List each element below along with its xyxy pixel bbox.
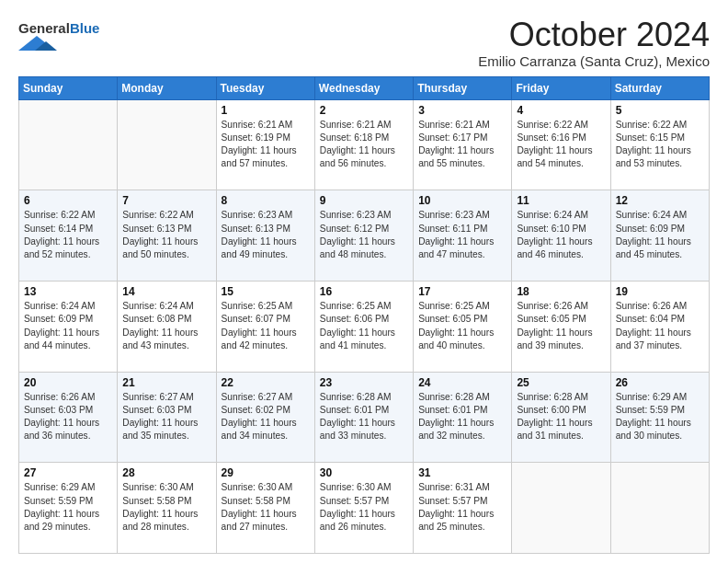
cell-info: Sunrise: 6:24 AM Sunset: 6:09 PM Dayligh… (24, 300, 112, 352)
title-block: October 2024 Emilio Carranza (Santa Cruz… (478, 17, 710, 69)
logo-blue: Blue (70, 20, 100, 36)
day-number: 4 (517, 104, 605, 117)
day-number: 20 (24, 376, 112, 389)
cell-info: Sunrise: 6:23 AM Sunset: 6:11 PM Dayligh… (418, 209, 506, 261)
calendar-cell: 17Sunrise: 6:25 AM Sunset: 6:05 PM Dayli… (414, 281, 512, 372)
calendar-cell: 26Sunrise: 6:29 AM Sunset: 5:59 PM Dayli… (610, 372, 709, 463)
cell-info: Sunrise: 6:24 AM Sunset: 6:08 PM Dayligh… (122, 300, 210, 352)
calendar-cell: 4Sunrise: 6:22 AM Sunset: 6:16 PM Daylig… (512, 99, 610, 190)
calendar-cell: 10Sunrise: 6:23 AM Sunset: 6:11 PM Dayli… (414, 190, 512, 282)
day-number: 15 (222, 285, 310, 298)
calendar-cell: 27Sunrise: 6:29 AM Sunset: 5:59 PM Dayli… (19, 463, 118, 554)
calendar-cell: 13Sunrise: 6:24 AM Sunset: 6:09 PM Dayli… (19, 281, 118, 372)
header: GeneralBlue October 2024 Emilio Carranza… (18, 17, 710, 69)
week-row-4: 20Sunrise: 6:26 AM Sunset: 6:03 PM Dayli… (19, 372, 710, 463)
calendar-cell: 24Sunrise: 6:28 AM Sunset: 6:01 PM Dayli… (414, 372, 512, 463)
calendar-cell: 3Sunrise: 6:21 AM Sunset: 6:17 PM Daylig… (414, 99, 512, 190)
day-number: 30 (320, 466, 408, 479)
day-number: 27 (24, 466, 112, 479)
cell-info: Sunrise: 6:28 AM Sunset: 6:01 PM Dayligh… (418, 391, 506, 443)
calendar-table: SundayMondayTuesdayWednesdayThursdayFrid… (18, 76, 710, 554)
cell-info: Sunrise: 6:24 AM Sunset: 6:10 PM Dayligh… (517, 209, 605, 261)
cell-info: Sunrise: 6:30 AM Sunset: 5:58 PM Dayligh… (222, 481, 310, 534)
cell-info: Sunrise: 6:23 AM Sunset: 6:12 PM Dayligh… (320, 209, 408, 261)
cell-info: Sunrise: 6:22 AM Sunset: 6:14 PM Dayligh… (24, 209, 112, 261)
calendar-cell: 11Sunrise: 6:24 AM Sunset: 6:10 PM Dayli… (512, 190, 610, 282)
day-number: 5 (616, 104, 704, 117)
day-header-friday: Friday (512, 76, 610, 99)
week-row-5: 27Sunrise: 6:29 AM Sunset: 5:59 PM Dayli… (19, 463, 710, 554)
location: Emilio Carranza (Santa Cruz), Mexico (478, 53, 710, 69)
month-title: October 2024 (478, 17, 710, 53)
logo-general: General (18, 20, 70, 36)
cell-info: Sunrise: 6:30 AM Sunset: 5:57 PM Dayligh… (320, 481, 408, 534)
cell-info: Sunrise: 6:25 AM Sunset: 6:07 PM Dayligh… (222, 300, 310, 352)
header-row: SundayMondayTuesdayWednesdayThursdayFrid… (19, 76, 710, 99)
week-row-1: 1Sunrise: 6:21 AM Sunset: 6:19 PM Daylig… (19, 99, 710, 190)
calendar-cell: 29Sunrise: 6:30 AM Sunset: 5:58 PM Dayli… (216, 463, 314, 554)
day-number: 12 (616, 194, 704, 207)
calendar-cell: 5Sunrise: 6:22 AM Sunset: 6:15 PM Daylig… (610, 99, 709, 190)
day-header-saturday: Saturday (610, 76, 709, 99)
cell-info: Sunrise: 6:25 AM Sunset: 6:06 PM Dayligh… (320, 300, 408, 352)
day-number: 31 (418, 466, 506, 479)
day-header-wednesday: Wednesday (314, 76, 413, 99)
day-number: 17 (418, 285, 506, 298)
day-header-tuesday: Tuesday (216, 76, 314, 99)
calendar-cell: 14Sunrise: 6:24 AM Sunset: 6:08 PM Dayli… (118, 281, 216, 372)
calendar-cell (118, 99, 216, 190)
day-number: 2 (320, 104, 408, 117)
calendar-cell: 2Sunrise: 6:21 AM Sunset: 6:18 PM Daylig… (314, 99, 413, 190)
day-number: 6 (24, 194, 112, 207)
day-header-monday: Monday (118, 76, 216, 99)
calendar-cell: 7Sunrise: 6:22 AM Sunset: 6:13 PM Daylig… (118, 190, 216, 282)
week-row-3: 13Sunrise: 6:24 AM Sunset: 6:09 PM Dayli… (19, 281, 710, 372)
day-header-sunday: Sunday (19, 76, 118, 99)
calendar-cell (512, 463, 610, 554)
day-number: 3 (418, 104, 506, 117)
day-number: 18 (517, 285, 605, 298)
cell-info: Sunrise: 6:22 AM Sunset: 6:13 PM Dayligh… (122, 209, 210, 261)
day-number: 19 (616, 285, 704, 298)
calendar-cell: 23Sunrise: 6:28 AM Sunset: 6:01 PM Dayli… (314, 372, 413, 463)
cell-info: Sunrise: 6:23 AM Sunset: 6:13 PM Dayligh… (222, 209, 310, 261)
week-row-2: 6Sunrise: 6:22 AM Sunset: 6:14 PM Daylig… (19, 190, 710, 282)
day-number: 7 (122, 194, 210, 207)
day-number: 9 (320, 194, 408, 207)
page: GeneralBlue October 2024 Emilio Carranza… (0, 0, 728, 563)
day-number: 25 (517, 376, 605, 389)
calendar-cell: 30Sunrise: 6:30 AM Sunset: 5:57 PM Dayli… (314, 463, 413, 554)
cell-info: Sunrise: 6:29 AM Sunset: 5:59 PM Dayligh… (616, 391, 704, 443)
day-number: 13 (24, 285, 112, 298)
calendar-cell: 22Sunrise: 6:27 AM Sunset: 6:02 PM Dayli… (216, 372, 314, 463)
calendar-cell: 12Sunrise: 6:24 AM Sunset: 6:09 PM Dayli… (610, 190, 709, 282)
calendar-cell (610, 463, 709, 554)
day-number: 28 (122, 466, 210, 479)
calendar-cell: 19Sunrise: 6:26 AM Sunset: 6:04 PM Dayli… (610, 281, 709, 372)
calendar-cell (19, 99, 118, 190)
calendar-cell: 28Sunrise: 6:30 AM Sunset: 5:58 PM Dayli… (118, 463, 216, 554)
day-number: 8 (222, 194, 310, 207)
cell-info: Sunrise: 6:22 AM Sunset: 6:16 PM Dayligh… (517, 119, 605, 171)
calendar-cell: 31Sunrise: 6:31 AM Sunset: 5:57 PM Dayli… (414, 463, 512, 554)
cell-info: Sunrise: 6:28 AM Sunset: 6:01 PM Dayligh… (320, 391, 408, 443)
calendar-cell: 8Sunrise: 6:23 AM Sunset: 6:13 PM Daylig… (216, 190, 314, 282)
cell-info: Sunrise: 6:22 AM Sunset: 6:15 PM Dayligh… (616, 119, 704, 171)
day-number: 14 (122, 285, 210, 298)
cell-info: Sunrise: 6:21 AM Sunset: 6:17 PM Dayligh… (418, 119, 506, 171)
logo-text: GeneralBlue (18, 20, 99, 36)
calendar-cell: 9Sunrise: 6:23 AM Sunset: 6:12 PM Daylig… (314, 190, 413, 282)
cell-info: Sunrise: 6:27 AM Sunset: 6:03 PM Dayligh… (122, 391, 210, 443)
calendar-cell: 6Sunrise: 6:22 AM Sunset: 6:14 PM Daylig… (19, 190, 118, 282)
calendar-cell: 25Sunrise: 6:28 AM Sunset: 6:00 PM Dayli… (512, 372, 610, 463)
cell-info: Sunrise: 6:24 AM Sunset: 6:09 PM Dayligh… (616, 209, 704, 261)
cell-info: Sunrise: 6:21 AM Sunset: 6:18 PM Dayligh… (320, 119, 408, 171)
cell-info: Sunrise: 6:25 AM Sunset: 6:05 PM Dayligh… (418, 300, 506, 352)
cell-info: Sunrise: 6:21 AM Sunset: 6:19 PM Dayligh… (222, 119, 310, 171)
day-number: 26 (616, 376, 704, 389)
cell-info: Sunrise: 6:26 AM Sunset: 6:05 PM Dayligh… (517, 300, 605, 352)
cell-info: Sunrise: 6:26 AM Sunset: 6:04 PM Dayligh… (616, 300, 704, 352)
day-number: 29 (222, 466, 310, 479)
calendar-cell: 15Sunrise: 6:25 AM Sunset: 6:07 PM Dayli… (216, 281, 314, 372)
cell-info: Sunrise: 6:27 AM Sunset: 6:02 PM Dayligh… (222, 391, 310, 443)
